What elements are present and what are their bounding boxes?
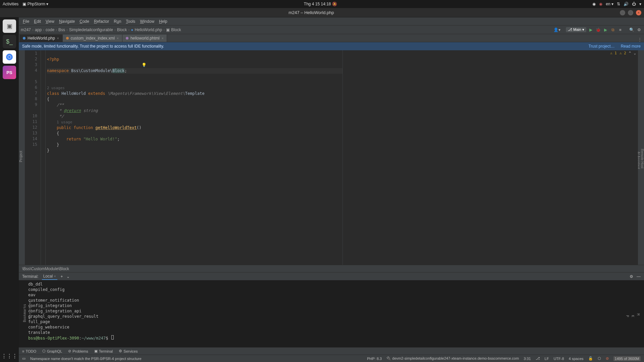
status-host[interactable]: 🔌 devm2-simpledetailconfigurable247-xtea… bbox=[386, 356, 519, 361]
phtml-file-icon bbox=[126, 37, 128, 40]
crumb-item[interactable]: HelloWorld.php bbox=[135, 27, 162, 32]
volume-icon[interactable]: 🔊 bbox=[624, 2, 629, 6]
terminal-dropdown-icon[interactable]: ⌄ bbox=[66, 274, 70, 279]
tab-menu-icon[interactable]: ⋮ bbox=[636, 37, 644, 42]
terminal-add-tab[interactable]: + bbox=[61, 274, 63, 279]
window-close[interactable]: × bbox=[636, 10, 641, 15]
menu-window[interactable]: Window bbox=[138, 18, 156, 24]
tab-label: HelloWorld.php bbox=[28, 36, 55, 41]
intention-bulb-icon[interactable]: 💡 bbox=[142, 63, 147, 67]
line-gutter: 123456789101112131415 bbox=[25, 50, 41, 265]
user-icon[interactable]: 👤▾ bbox=[553, 27, 560, 32]
window-minimize[interactable]: – bbox=[620, 10, 625, 15]
phpstorm-icon[interactable]: PS bbox=[3, 66, 16, 79]
editor-tabs: HelloWorld.php × custom_index_index.xml … bbox=[19, 34, 644, 42]
menu-edit[interactable]: Edit bbox=[32, 18, 43, 24]
sys-clock: Thg 4 15 14:18 bbox=[304, 2, 331, 6]
chevron-down-icon[interactable]: ▾ bbox=[639, 2, 641, 6]
network-icon[interactable]: ⇅ bbox=[617, 2, 620, 6]
app-menu[interactable]: ▣ PhpStorm ▾ bbox=[22, 2, 48, 6]
right-tool-tabs[interactable]: Remote Host AI Assistant Notifications bbox=[638, 50, 644, 265]
editor-crumbbar[interactable]: \Bss\CustomModule\Block bbox=[19, 265, 644, 272]
tab-helloworld-phtml[interactable]: helloworld.phtml × bbox=[122, 35, 167, 42]
status-php[interactable]: PHP: 8.3 bbox=[367, 357, 382, 361]
tool-todo[interactable]: ≡ TODO bbox=[22, 349, 36, 353]
menu-run[interactable]: Run bbox=[112, 18, 123, 24]
profile-icon[interactable]: ⧉ bbox=[610, 27, 616, 33]
code-editor[interactable]: 123456789101112131415 <?php 💡 namespace … bbox=[25, 50, 638, 265]
status-pos[interactable]: 3:31 bbox=[524, 357, 531, 361]
status-git-icon[interactable]: ⎇ bbox=[536, 356, 540, 361]
fold-gutter[interactable] bbox=[41, 50, 46, 265]
close-icon[interactable]: × bbox=[117, 37, 119, 40]
crumb-item[interactable]: Bss bbox=[58, 27, 65, 32]
lang-indicator[interactable]: en ▾ bbox=[606, 2, 613, 6]
status-message[interactable]: Namespace name doesn't match the PSR-0/P… bbox=[30, 357, 142, 361]
run-icon[interactable]: ▶ bbox=[588, 27, 594, 33]
menu-tools[interactable]: Tools bbox=[124, 18, 137, 24]
terminal-icon[interactable]: $_ bbox=[3, 35, 16, 48]
xml-file-icon bbox=[66, 37, 69, 40]
tool-services[interactable]: ⚙ Services bbox=[119, 349, 138, 353]
status-indent[interactable]: 4 spaces bbox=[569, 357, 584, 361]
settings-icon[interactable]: ⚙ bbox=[636, 27, 642, 33]
terminal-hide-icon[interactable]: — bbox=[637, 274, 641, 279]
status-encoding[interactable]: UTF-8 bbox=[553, 357, 564, 361]
status-read-icon[interactable]: ⬡ bbox=[598, 356, 601, 361]
menu-help[interactable]: Help bbox=[157, 18, 169, 24]
tray-icon[interactable]: ◉ bbox=[599, 2, 602, 6]
tab-custom-index-xml[interactable]: custom_index_index.xml × bbox=[63, 35, 122, 42]
tab-label: custom_index_index.xml bbox=[71, 36, 115, 41]
status-bar: ▭ Namespace name doesn't match the PSR-0… bbox=[19, 355, 644, 362]
tab-label: helloworld.phtml bbox=[130, 36, 160, 41]
show-apps-icon[interactable]: ⋮⋮⋮ bbox=[1, 353, 17, 359]
debug-icon[interactable]: 🐞 bbox=[595, 27, 601, 33]
crumb-item[interactable]: Block bbox=[171, 27, 181, 32]
gnome-dock: ▣ $_ PS ⋮⋮⋮ bbox=[0, 17, 19, 362]
menu-file[interactable]: File bbox=[21, 18, 31, 24]
menu-code[interactable]: Code bbox=[77, 18, 91, 24]
bell-off-icon: 🔕 bbox=[332, 2, 337, 6]
power-icon[interactable]: ⏻ bbox=[632, 2, 636, 6]
menu-view[interactable]: View bbox=[44, 18, 56, 24]
tool-problems[interactable]: ⊘ Problems bbox=[68, 349, 88, 353]
status-lock-icon[interactable]: 🔓 bbox=[588, 356, 593, 361]
safe-mode-banner: Safe mode, limited functionality. Trust … bbox=[19, 42, 644, 50]
project-tool-tab[interactable]: Project bbox=[19, 50, 25, 265]
tool-graphql[interactable]: ⬡ GraphQL bbox=[42, 349, 62, 353]
run-cov-icon[interactable]: ▶̣ bbox=[602, 27, 608, 33]
php-file-icon bbox=[23, 37, 25, 40]
crumb-item[interactable]: m247 bbox=[21, 27, 31, 32]
menu-refactor[interactable]: Refactor bbox=[92, 18, 111, 24]
crumb-item[interactable]: Simpledetailconfigurable bbox=[69, 27, 113, 32]
chrome-tray-icon[interactable]: ◉ bbox=[592, 2, 596, 6]
search-icon[interactable]: 🔍 bbox=[629, 27, 635, 33]
stop-icon[interactable]: ■ bbox=[617, 27, 623, 33]
crumb-item[interactable]: Block bbox=[117, 27, 127, 32]
read-more-link[interactable]: Read more bbox=[621, 44, 641, 49]
crumb-item[interactable]: app bbox=[35, 27, 42, 32]
terminal-label: Terminal: bbox=[22, 274, 39, 279]
activities[interactable]: Activities bbox=[3, 2, 18, 6]
files-icon[interactable]: ▣ bbox=[3, 19, 16, 33]
close-icon[interactable]: × bbox=[162, 37, 164, 40]
git-branch[interactable]: ⎇ Main ▾ bbox=[566, 27, 586, 32]
crumb-item[interactable]: code bbox=[46, 27, 54, 32]
terminal-body[interactable]: Bookmarks Structure db_ddl compiled_conf… bbox=[19, 280, 644, 347]
status-warn-icon[interactable]: ⊘ bbox=[606, 356, 609, 361]
window-maximize[interactable]: □ bbox=[628, 10, 633, 15]
terminal-tab-local[interactable]: Local × bbox=[42, 273, 57, 280]
terminal-settings-icon[interactable]: ⚙ bbox=[630, 274, 633, 279]
svg-point-2 bbox=[8, 56, 11, 58]
status-memory[interactable]: 1495 of 3600M bbox=[613, 356, 641, 361]
tool-terminal[interactable]: ▣ Terminal bbox=[94, 349, 113, 353]
inspection-widget[interactable]: ⚠ 1 ⚠ 2 ^⌄ bbox=[610, 51, 636, 55]
chrome-icon[interactable] bbox=[3, 50, 16, 64]
trust-project-link[interactable]: Trust project… bbox=[588, 44, 614, 49]
status-lineend[interactable]: LF bbox=[545, 357, 549, 361]
tab-helloworld-php[interactable]: HelloWorld.php × bbox=[19, 35, 63, 42]
terminal-header: Terminal: Local × + ⌄ ⚙ — bbox=[19, 272, 644, 280]
close-icon[interactable]: × bbox=[57, 37, 59, 40]
menu-navigate[interactable]: Navigate bbox=[57, 18, 77, 24]
menu-bar: File Edit View Navigate Code Refactor Ru… bbox=[19, 17, 644, 25]
